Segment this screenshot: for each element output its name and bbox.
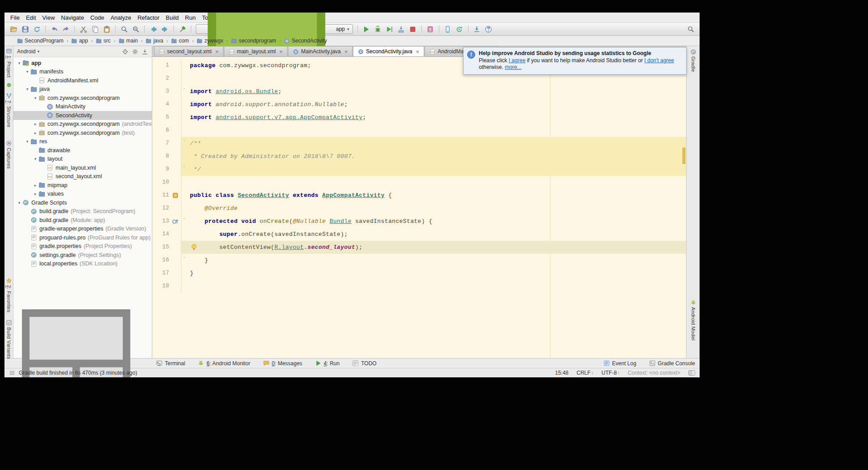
tree-collapsed-arrow-icon[interactable]: ▸ [32, 183, 39, 188]
tree-item-res[interactable]: ▾res [13, 137, 152, 146]
tree-collapsed-arrow-icon[interactable]: ▸ [32, 192, 39, 196]
toolwindow-switcher-icon[interactable] [9, 296, 143, 378]
code-editor[interactable]: 1package com.zywwgx.secondprogram;23ˇimp… [152, 57, 686, 358]
coverage-button[interactable] [384, 24, 395, 34]
fold-marker-icon[interactable]: ˇ [181, 215, 187, 228]
fold-marker-icon[interactable]: ˇ [181, 85, 187, 98]
avd-button[interactable] [443, 24, 453, 34]
crumb-secondprogram[interactable]: SecondProgram [16, 38, 64, 44]
tree-item-gradle-scripts[interactable]: ▾Gradle Scripts [13, 198, 152, 207]
tree-item-second-layout-xml[interactable]: </>second_layout.xml [13, 172, 152, 181]
sdk-button[interactable] [472, 24, 482, 34]
crumb-zywwgx[interactable]: zywwgx [196, 38, 224, 44]
tree-expanded-arrow-icon[interactable]: ▾ [24, 87, 30, 91]
menu-edit[interactable]: Edit [23, 13, 39, 22]
menu-run[interactable]: Run [182, 13, 199, 22]
forward-button[interactable] [159, 24, 170, 34]
tree-item-proguard-rules-pro-proguard-rules-for-app[interactable]: proguard-rules.pro(ProGuard Rules for ap… [13, 233, 152, 242]
scrollbar-warning-marker[interactable] [683, 148, 685, 164]
tool-tab-project[interactable]: 1: Project [6, 48, 12, 77]
attach-button[interactable] [396, 24, 407, 34]
tree-item-androidmanifest-xml[interactable]: </>AndroidManifest.xml [13, 76, 152, 85]
override-marker-icon[interactable] [172, 218, 179, 225]
locate-icon[interactable] [122, 48, 129, 55]
debug-button[interactable] [373, 24, 383, 34]
tree-item-drawable[interactable]: drawable [13, 146, 152, 155]
run-button[interactable] [361, 24, 372, 34]
tool-button-messages[interactable]: 0: Messages [263, 360, 302, 367]
back-button[interactable] [148, 24, 159, 34]
gradle-sync-button[interactable] [454, 24, 465, 34]
editor-tab-secondactivity-java[interactable]: CSecondActivity.java× [353, 46, 424, 56]
close-tab-icon[interactable]: × [279, 49, 283, 55]
intention-bulb-icon[interactable] [190, 243, 198, 251]
tree-expanded-arrow-icon[interactable]: ▾ [16, 61, 22, 65]
tree-expanded-arrow-icon[interactable]: ▾ [32, 157, 39, 161]
tree-item-settings-gradle-project-settings[interactable]: settings.gradle(Project Settings) [13, 251, 152, 260]
tree-item-gradle-wrapper-properties-gradle-version[interactable]: gradle-wrapper.properties(Gradle Version… [13, 225, 152, 234]
copy-button[interactable] [90, 24, 100, 34]
tree-collapsed-arrow-icon[interactable]: ▸ [32, 122, 39, 126]
memory-indicator[interactable] [688, 370, 695, 376]
fold-marker-icon[interactable]: ˆ [181, 163, 187, 176]
tree-expanded-arrow-icon[interactable]: ▾ [32, 96, 39, 100]
redo-button[interactable] [60, 24, 71, 34]
background-tasks-icon[interactable] [9, 370, 15, 376]
capture-button[interactable] [425, 24, 436, 34]
close-tab-icon[interactable]: × [344, 49, 348, 55]
tool-tab-captures[interactable]: Captures [6, 140, 12, 169]
menu-code[interactable]: Code [87, 13, 107, 22]
tree-item-mainactivity[interactable]: CMainActivity [13, 103, 152, 111]
crumb-secondactivity[interactable]: CSecondActivity [283, 38, 328, 44]
tree-item-layout[interactable]: ▾layout [13, 155, 152, 164]
tree-item-manifests[interactable]: ▾manifests [13, 68, 152, 77]
tool-tab-android-model[interactable]: Android Model [690, 299, 696, 341]
tree-collapsed-arrow-icon[interactable]: ▸ [32, 131, 39, 135]
save-button[interactable] [20, 24, 30, 34]
project-view-selector[interactable]: Android ▾ [17, 48, 39, 55]
cut-button[interactable] [78, 24, 89, 34]
tool-button-todo[interactable]: TODO [352, 360, 376, 367]
tree-item-build-gradle-module-app[interactable]: build.gradle(Module: app) [13, 216, 152, 225]
encoding-selector[interactable]: UTF-8↕ [602, 370, 620, 376]
menu-refactor[interactable]: Refactor [134, 13, 163, 22]
sync-button[interactable] [31, 24, 42, 34]
tree-expanded-arrow-icon[interactable]: ▾ [24, 139, 30, 144]
close-tab-icon[interactable]: × [416, 49, 420, 55]
crumb-secondprogram[interactable]: secondprogram [230, 38, 277, 44]
tool-button-gradle-console[interactable]: Gradle Console [649, 360, 695, 367]
tree-item-gradle-properties-project-properties[interactable]: gradle.properties(Project Properties) [13, 242, 152, 251]
tool-button-terminal[interactable]: Terminal [156, 360, 185, 367]
help-button[interactable] [483, 24, 494, 34]
i-dont-agree-link[interactable]: I don't agree [645, 57, 674, 64]
menu-file[interactable]: File [7, 13, 23, 22]
tree-item-app[interactable]: ▾app [13, 59, 152, 68]
menu-analyze[interactable]: Analyze [107, 13, 134, 22]
tool-tab-gradle[interactable]: Gradle [690, 49, 696, 72]
tree-item-java[interactable]: ▾java [13, 85, 152, 94]
crumb-app[interactable]: app [70, 38, 89, 44]
crumb-java[interactable]: java [145, 38, 164, 44]
tree-item-com-zywwgx-secondprogram-androidtest[interactable]: ▸com.zywwgx.secondprogram(androidTest) [13, 120, 152, 129]
tool-button-android-monitor[interactable]: 6: Android Monitor [198, 360, 250, 367]
tree-item-local-properties-sdk-location[interactable]: local.properties(SDK Location) [13, 260, 152, 269]
tree-item-build-gradle-project-secondprogram[interactable]: build.gradle(Project: SecondProgram) [13, 207, 152, 216]
menu-navigate[interactable]: Navigate [58, 13, 87, 22]
crumb-main[interactable]: main [118, 38, 139, 44]
search-icon[interactable] [685, 24, 696, 34]
tree-item-com-zywwgx-secondprogram[interactable]: ▾com.zywwgx.secondprogram [13, 94, 152, 103]
hide-icon[interactable] [142, 48, 148, 55]
tree-item-main-layout-xml[interactable]: </>main_layout.xml [13, 163, 152, 172]
crumb-src[interactable]: src [95, 38, 112, 44]
fold-marker-icon[interactable]: ˆ [181, 254, 187, 267]
editor-tab-main-layout-xml[interactable]: </>main_layout.xml× [224, 46, 288, 56]
run-configuration-selector[interactable]: app▾ [196, 24, 353, 34]
menu-build[interactable]: Build [163, 13, 182, 22]
tree-item-secondactivity[interactable]: CSecondActivity [13, 111, 152, 120]
undo-button[interactable] [49, 24, 60, 34]
green-dot-icon[interactable] [6, 80, 12, 88]
line-ending-selector[interactable]: CRLF↕ [576, 370, 593, 376]
stop-button[interactable] [408, 24, 418, 34]
tree-item-mipmap[interactable]: ▸mipmap [13, 181, 152, 190]
i-agree-link[interactable]: I agree [509, 57, 525, 64]
